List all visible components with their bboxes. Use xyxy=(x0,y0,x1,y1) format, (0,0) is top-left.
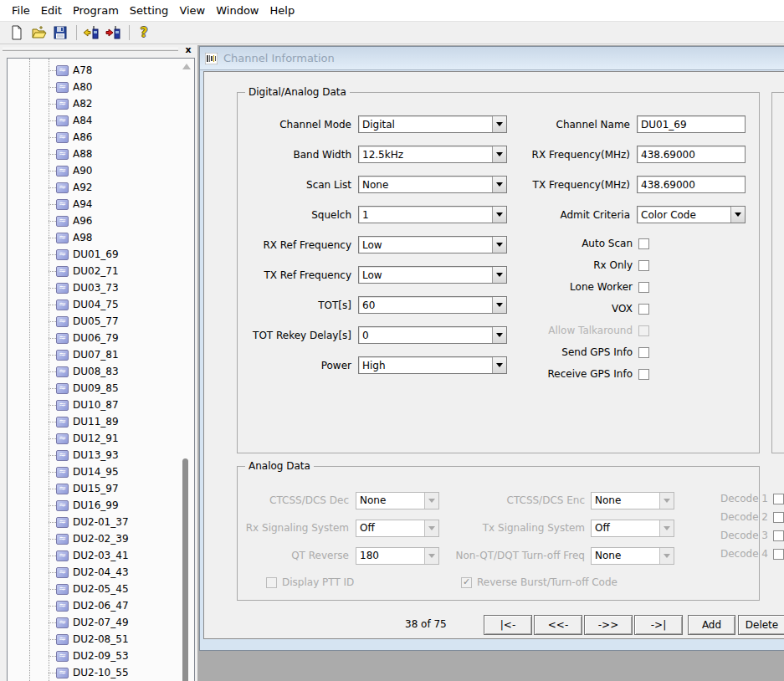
tree-item-label: DU09_85 xyxy=(73,382,119,394)
tree-item[interactable]: ≈ A78 xyxy=(8,62,181,79)
tree-item[interactable]: ≈ DU10_87 xyxy=(8,397,181,413)
sidebar-gripper[interactable] xyxy=(3,48,178,51)
combo-dropdown-button[interactable] xyxy=(730,207,745,223)
admit-criteria-combo[interactable]: Color Code xyxy=(637,206,746,223)
checkbox[interactable] xyxy=(773,512,784,523)
window-titlebar[interactable]: Channel Information xyxy=(200,47,784,70)
channel-icon: ≈ xyxy=(56,484,69,494)
tree-item-label: DU12_91 xyxy=(73,433,119,444)
menu-item[interactable]: View xyxy=(174,2,210,19)
tree-item[interactable]: ≈ DU02_71 xyxy=(8,263,181,279)
help-button[interactable]: ? xyxy=(134,23,154,42)
chevron-down-icon xyxy=(664,499,670,503)
tree-item[interactable]: ≈ A96 xyxy=(8,212,181,229)
save-button[interactable] xyxy=(50,23,70,42)
tree-item[interactable]: ≈ DU12_91 xyxy=(8,430,181,447)
tree-item[interactable]: ≈ DU2-05_45 xyxy=(8,581,181,597)
tree-item[interactable]: ≈ DU2-01_37 xyxy=(8,514,181,530)
combo-dropdown-button xyxy=(659,520,674,536)
tree-item[interactable]: ≈ DU2-06_47 xyxy=(8,597,181,614)
combo-box[interactable]: High xyxy=(358,356,507,374)
checkbox[interactable] xyxy=(773,494,784,504)
tree-item[interactable]: ≈ DU09_85 xyxy=(8,380,181,397)
open-file-button[interactable] xyxy=(28,23,49,42)
tree-item[interactable]: ≈ A80 xyxy=(8,79,181,95)
edit-button[interactable]: Delete xyxy=(738,615,784,635)
checkbox[interactable] xyxy=(773,549,784,560)
tree-item[interactable]: ≈ A84 xyxy=(8,112,181,129)
combo-box[interactable]: Low xyxy=(358,236,507,253)
tree-item[interactable]: ≈ DU05_77 xyxy=(8,313,181,330)
tree-connector xyxy=(49,238,56,238)
tree-item[interactable]: ≈ A88 xyxy=(8,146,181,162)
checkbox[interactable] xyxy=(638,260,649,271)
scrollbar-thumb[interactable] xyxy=(182,458,188,681)
sidebar-close-button[interactable]: x xyxy=(182,45,194,56)
combo-box[interactable]: 1 xyxy=(358,206,507,223)
rx-frequency-input[interactable] xyxy=(637,146,746,163)
combo-box[interactable]: Digital xyxy=(358,115,507,133)
tree-item[interactable]: ≈ DU2-08_51 xyxy=(8,631,181,648)
tree-item[interactable]: ≈ DU14_95 xyxy=(8,463,181,480)
menu-item[interactable]: Help xyxy=(265,2,300,19)
tree-item[interactable]: ≈ DU01_69 xyxy=(8,246,181,263)
combo-box[interactable]: Low xyxy=(358,266,507,284)
combo-box[interactable]: None xyxy=(358,176,507,193)
checkbox[interactable] xyxy=(638,282,649,293)
tree-item[interactable]: ≈ DU2-07_49 xyxy=(8,614,181,631)
channel-name-input[interactable] xyxy=(637,115,746,133)
nav-button[interactable]: ->| xyxy=(634,615,683,635)
tree-item[interactable]: ≈ A98 xyxy=(8,229,181,246)
tree-item[interactable]: ≈ DU06_79 xyxy=(8,330,181,346)
new-file-button[interactable] xyxy=(7,23,27,42)
tx-frequency-input[interactable] xyxy=(637,176,746,193)
combo-value: 180 xyxy=(356,550,424,561)
tree-item[interactable]: ≈ A82 xyxy=(8,95,181,112)
tree-item[interactable]: ≈ DU11_89 xyxy=(8,413,181,430)
edit-button[interactable]: Add xyxy=(688,615,735,635)
combo-box[interactable]: 60 xyxy=(358,296,507,314)
tree-item-label: DU2-08_51 xyxy=(73,633,129,645)
write-to-radio-button[interactable] xyxy=(103,23,123,42)
combo-box[interactable]: 12.5kHz xyxy=(358,146,507,163)
tree-item[interactable]: ≈ DU04_75 xyxy=(8,296,181,313)
tree-item[interactable]: ≈ A90 xyxy=(8,162,181,179)
tree-item[interactable]: ≈ DU16_99 xyxy=(8,497,181,514)
tree-item[interactable]: ≈ DU2-09_53 xyxy=(8,648,181,664)
tree-item[interactable]: ≈ DU03_73 xyxy=(8,279,181,296)
tree-item[interactable]: ≈ DU08_83 xyxy=(8,363,181,380)
channel-icon: ≈ xyxy=(56,534,69,545)
menu-item[interactable]: Window xyxy=(211,2,264,19)
menu-item[interactable]: File xyxy=(7,2,35,19)
checkbox[interactable] xyxy=(638,347,649,358)
nav-button[interactable]: |<- xyxy=(484,615,532,635)
tree-item[interactable]: ≈ DU2-03_41 xyxy=(8,547,181,564)
checkbox[interactable] xyxy=(638,325,649,336)
tree-item[interactable]: ≈ DU2-04_43 xyxy=(8,564,181,581)
channel-icon: ≈ xyxy=(56,82,69,93)
tree-item[interactable]: ≈ A86 xyxy=(8,129,181,146)
tree-item[interactable]: ≈ DU2-10_55 xyxy=(8,664,181,681)
checkbox[interactable] xyxy=(773,530,784,541)
tree-item-label: DU07_81 xyxy=(73,349,119,361)
checkbox-label: Rx Only xyxy=(503,259,633,271)
combo-value: Off xyxy=(356,522,424,534)
nav-button[interactable]: <<- xyxy=(534,615,582,635)
scroll-up-button[interactable] xyxy=(182,64,191,69)
tree-item[interactable]: ≈ DU13_93 xyxy=(8,447,181,463)
tree-item[interactable]: ≈ A92 xyxy=(8,179,181,196)
tree-item[interactable]: ≈ DU15_97 xyxy=(8,480,181,497)
menu-item[interactable]: Program xyxy=(68,2,124,19)
checkbox[interactable] xyxy=(638,238,649,249)
nav-button[interactable]: ->> xyxy=(584,615,633,635)
menu-item[interactable]: Edit xyxy=(36,2,67,19)
tree-item[interactable]: ≈ A94 xyxy=(8,196,181,212)
tree-item-label: DU10_87 xyxy=(73,399,119,411)
checkbox[interactable] xyxy=(638,304,649,315)
combo-box[interactable]: 0 xyxy=(358,326,507,344)
tree-item[interactable]: ≈ DU07_81 xyxy=(8,346,181,363)
checkbox[interactable] xyxy=(638,369,649,380)
menu-item[interactable]: Setting xyxy=(125,2,174,19)
read-from-radio-button[interactable] xyxy=(81,23,101,42)
tree-item[interactable]: ≈ DU2-02_39 xyxy=(8,530,181,547)
